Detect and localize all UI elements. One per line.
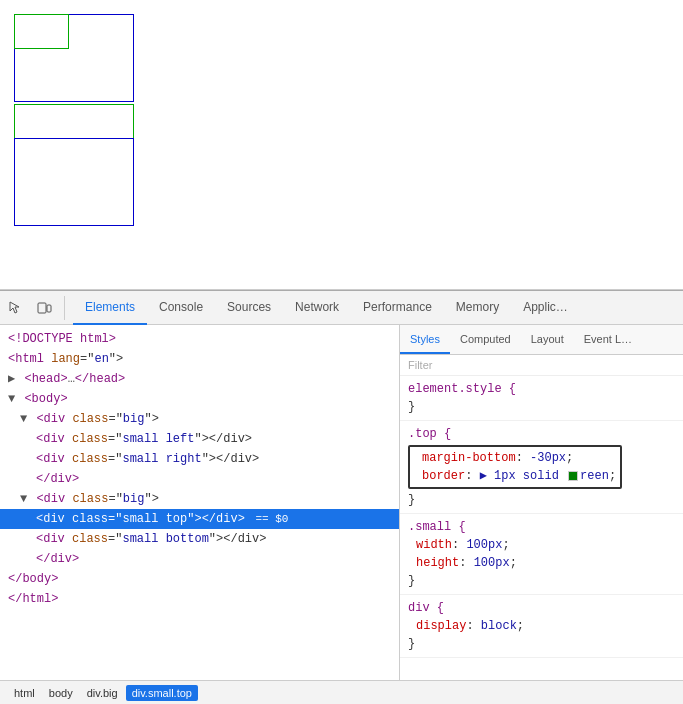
css-rule-width: width: 100px;: [408, 538, 510, 552]
main-tabs: Elements Console Sources Network Perform…: [73, 291, 580, 325]
box-top: [14, 104, 134, 139]
html-line-div-big-1[interactable]: ▼ <div class="big">: [0, 409, 399, 429]
devtools-main: <!DOCTYPE html> <html lang="en"> ▶ <head…: [0, 325, 683, 680]
svg-rect-0: [38, 303, 46, 313]
svg-rect-1: [47, 305, 51, 312]
html-line-body[interactable]: ▼ <body>: [0, 389, 399, 409]
html-line-close-div-2[interactable]: </div>: [0, 549, 399, 569]
tab-console[interactable]: Console: [147, 291, 215, 325]
doctype-text: <!DOCTYPE html>: [8, 332, 116, 346]
highlighted-rule-block: margin-bottom: -30px; border: ▶ 1px soli…: [408, 445, 622, 489]
html-panel: <!DOCTYPE html> <html lang="en"> ▶ <head…: [0, 325, 400, 680]
html-line-close-html[interactable]: </html>: [0, 589, 399, 609]
toolbar-icons: [4, 296, 65, 320]
box-big-2: [14, 138, 134, 226]
tab-application[interactable]: Applic…: [511, 291, 580, 325]
styles-subtabs: Styles Computed Layout Event L…: [400, 325, 683, 355]
html-line-small-right[interactable]: <div class="small right"></div>: [0, 449, 399, 469]
tab-elements[interactable]: Elements: [73, 291, 147, 325]
breadcrumb-div-big[interactable]: div.big: [81, 685, 124, 701]
tab-performance[interactable]: Performance: [351, 291, 444, 325]
css-rule-border: border: ▶ 1px solid reen;: [414, 469, 616, 483]
styles-tab-computed[interactable]: Computed: [450, 325, 521, 354]
css-rule-margin-bottom: margin-bottom: -30px;: [414, 451, 573, 465]
breadcrumb-div-small-top[interactable]: div.small.top: [126, 685, 198, 701]
html-line-small-top[interactable]: <div class="small top"></div> == $0: [0, 509, 399, 529]
styles-tab-styles[interactable]: Styles: [400, 325, 450, 354]
preview-area: [0, 0, 683, 290]
html-line-head[interactable]: ▶ <head>…</head>: [0, 369, 399, 389]
devtools-panel: Elements Console Sources Network Perform…: [0, 290, 683, 704]
html-line-html[interactable]: <html lang="en">: [0, 349, 399, 369]
color-swatch-green[interactable]: [568, 471, 578, 481]
device-icon[interactable]: [32, 296, 56, 320]
tab-sources[interactable]: Sources: [215, 291, 283, 325]
styles-tab-layout[interactable]: Layout: [521, 325, 574, 354]
html-line-doctype[interactable]: <!DOCTYPE html>: [0, 329, 399, 349]
devtools-toolbar: Elements Console Sources Network Perform…: [0, 291, 683, 325]
css-block-div: div { display: block; }: [400, 595, 683, 658]
breadcrumb-html[interactable]: html: [8, 685, 41, 701]
html-line-small-bottom[interactable]: <div class="small bottom"></div>: [0, 529, 399, 549]
styles-tab-event[interactable]: Event L…: [574, 325, 642, 354]
breadcrumb-bar: html body div.big div.small.top: [0, 680, 683, 704]
css-rule-display: display: block;: [408, 619, 524, 633]
css-rule-height: height: 100px;: [408, 556, 517, 570]
tab-memory[interactable]: Memory: [444, 291, 511, 325]
css-block-top: .top { margin-bottom: -30px; border: ▶ 1…: [400, 421, 683, 514]
styles-panel: Styles Computed Layout Event L… Filter e…: [400, 325, 683, 680]
html-line-small-left[interactable]: <div class="small left"></div>: [0, 429, 399, 449]
breadcrumb-body[interactable]: body: [43, 685, 79, 701]
filter-bar[interactable]: Filter: [400, 355, 683, 376]
html-line-close-div-1[interactable]: </div>: [0, 469, 399, 489]
tab-network[interactable]: Network: [283, 291, 351, 325]
box-small-left: [14, 14, 69, 49]
css-block-small: .small { width: 100px; height: 100px; }: [400, 514, 683, 595]
cursor-icon[interactable]: [4, 296, 28, 320]
css-block-element-style: element.style { }: [400, 376, 683, 421]
html-line-div-big-2[interactable]: ▼ <div class="big">: [0, 489, 399, 509]
html-tag: <html: [8, 352, 51, 366]
html-line-close-body[interactable]: </body>: [0, 569, 399, 589]
